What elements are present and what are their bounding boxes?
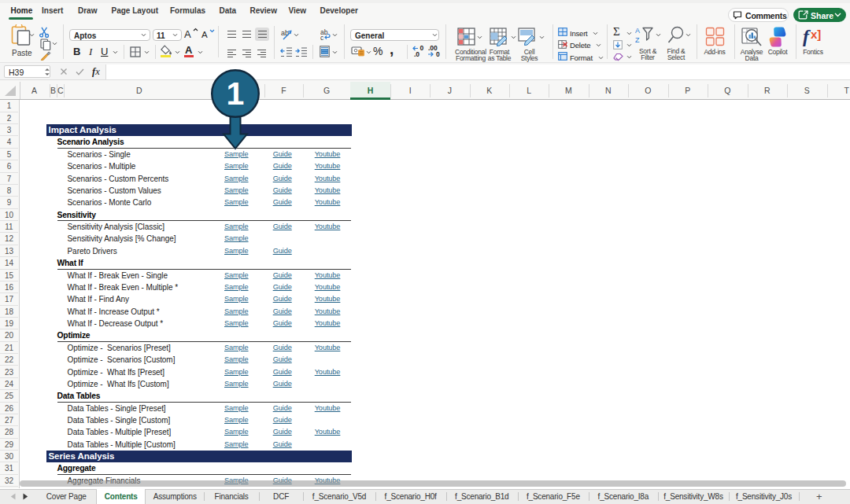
svg-text:0: 0 [436,50,440,58]
svg-text:.0: .0 [414,50,419,58]
svg-text:A: A [635,27,640,35]
svg-text:1: 1 [227,75,245,112]
svg-text:0: 0 [420,46,424,52]
svg-text:Z: Z [635,36,640,44]
